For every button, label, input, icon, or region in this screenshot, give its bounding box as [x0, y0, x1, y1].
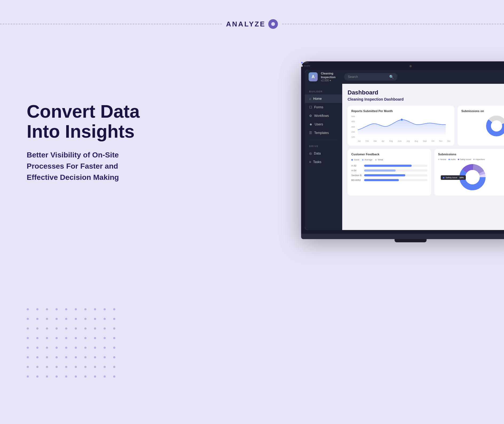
- reports-chart-title: Reports Submitted Per Month: [351, 109, 451, 113]
- x-july: July: [407, 140, 410, 142]
- x-june: June: [398, 140, 402, 142]
- dot: [113, 347, 115, 349]
- x-apr: Apr: [381, 140, 384, 142]
- dot: [75, 366, 77, 368]
- good-label: Good: [354, 158, 359, 161]
- dot: [56, 327, 58, 330]
- dot: [65, 327, 67, 330]
- sidebar-label-forms: Forms: [314, 105, 323, 109]
- dot: [46, 327, 48, 330]
- dashboard-bottom-row: Customer Feedback Good Average: [348, 149, 504, 196]
- dot: [56, 356, 58, 358]
- bar-label-a32: A-32: [351, 164, 362, 167]
- dot: [65, 308, 67, 310]
- bar-bd8352: BD-8352: [351, 179, 427, 181]
- sidebar-item-workflows[interactable]: ⚙ Workflows: [305, 112, 342, 120]
- dot: [46, 375, 48, 378]
- dashed-line-right: [282, 24, 504, 24]
- dot: [56, 347, 58, 349]
- bar-track-bd8352: [364, 179, 427, 181]
- brand-container: ANALYZE: [222, 19, 282, 29]
- sidebar-label-tasks: Tasks: [313, 160, 321, 164]
- x-mar: Mar: [373, 140, 377, 142]
- subtext-line3: Effective Decision Making: [27, 173, 119, 181]
- sidebar-item-home[interactable]: ⌂ Home: [305, 94, 342, 103]
- neutral-legend: Neutral: [438, 158, 446, 160]
- sidebar-item-data[interactable]: ◎ Data: [305, 149, 342, 158]
- bar-fill-sectionb: [364, 174, 405, 176]
- dot: [65, 347, 67, 349]
- neutral-label: Neutral: [440, 158, 446, 160]
- dot: [56, 366, 58, 368]
- dot: [113, 366, 115, 368]
- sidebar-label-users: Users: [315, 122, 323, 126]
- dot: [104, 337, 106, 339]
- bar-fill-a32: [364, 165, 412, 167]
- dot: [46, 356, 48, 358]
- main-content: Dashboard Cleaning Inspection Dashboard …: [342, 84, 504, 230]
- dot: [84, 337, 86, 339]
- sidebar-builder-label: BUILDER: [305, 88, 342, 94]
- line-chart-svg: [358, 115, 451, 135]
- donut-svg: [486, 115, 504, 137]
- heading-line1: Convert Data: [27, 101, 140, 121]
- dot: [94, 308, 96, 310]
- reports-chart-card: Reports Submitted Per Month 500 400 300 …: [348, 106, 454, 146]
- audits-dot: [448, 159, 450, 160]
- dot: [46, 366, 48, 368]
- sidebar-item-tasks[interactable]: ≡ Tasks: [305, 158, 342, 166]
- laptop-stand: [395, 239, 427, 242]
- dot: [84, 375, 86, 378]
- bar-label-sectionb: Section B: [351, 174, 362, 177]
- subtext-line2: Processes For Faster and: [27, 162, 118, 170]
- bar-fill-a54: [364, 169, 396, 172]
- donut-tooltip: Safety Issue 16%: [441, 175, 466, 180]
- dot: [104, 327, 106, 330]
- dot: [113, 327, 115, 330]
- bar-track-a32: [364, 165, 427, 167]
- app-body: BUILDER ⌂ Home ☐ Forms ⚙ Workflows: [305, 84, 504, 230]
- dot: [104, 366, 106, 368]
- app-search-bar[interactable]: Search 🔍: [344, 73, 397, 81]
- heading-line2: Into Insights: [27, 121, 135, 141]
- audits-label: Audits: [451, 158, 456, 160]
- workflows-icon: ⚙: [309, 114, 312, 118]
- x-labels: Jan Feb Mar Apr May June July Aug Sept: [358, 140, 451, 142]
- dot: [75, 308, 77, 310]
- tooltip-value: 16%: [459, 176, 464, 179]
- dot: [65, 356, 67, 358]
- sidebar-label-home: Home: [313, 97, 322, 101]
- safety-legend: Safety Issues: [458, 158, 471, 160]
- dot: [56, 375, 58, 378]
- subtext-line1: Better Visibility of On-Site: [27, 151, 119, 159]
- dot: [84, 347, 86, 349]
- brand-name: ANALYZE: [226, 20, 266, 28]
- dot: [94, 327, 96, 330]
- main-heading: Convert Data Into Insights: [27, 101, 166, 141]
- sidebar-item-templates[interactable]: ☰ Templates: [305, 129, 342, 137]
- dot: [56, 308, 58, 310]
- bar-a54: A-54: [351, 169, 427, 172]
- dot: [94, 366, 96, 368]
- sidebar-drive-label: DRIVE: [305, 143, 342, 149]
- forms-icon: ☐: [309, 105, 312, 109]
- weak-legend: Weak: [375, 158, 383, 161]
- tooltip-dot: [443, 177, 444, 179]
- dot: [104, 375, 106, 378]
- dot: [36, 375, 38, 378]
- sidebar-item-forms[interactable]: ☐ Forms: [305, 103, 342, 112]
- laptop-base: [301, 234, 504, 239]
- submissions-chart-card: Submissions on Valid Invalid: [458, 106, 504, 146]
- sidebar: BUILDER ⌂ Home ☐ Forms ⚙ Workflows: [305, 84, 342, 230]
- dot: [75, 356, 77, 358]
- dashboard-top-row: Reports Submitted Per Month 500 400 300 …: [348, 106, 504, 146]
- feedback-legend-row: Good Average Weak: [351, 158, 427, 162]
- average-dot: [362, 159, 364, 161]
- dot: [113, 337, 115, 339]
- dot: [75, 318, 77, 320]
- app-version: v2.000 ▾: [321, 79, 336, 82]
- sidebar-item-users[interactable]: ☻ Users: [305, 120, 342, 129]
- users-icon: ☻: [309, 122, 313, 126]
- svg-point-3: [491, 121, 502, 131]
- dot: [84, 356, 86, 358]
